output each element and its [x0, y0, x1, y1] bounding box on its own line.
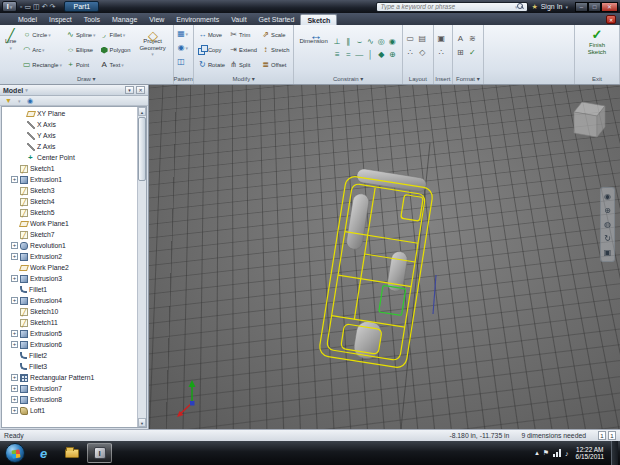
filter-icon[interactable]: ▼: [4, 96, 13, 105]
constraint-button[interactable]: ≡: [333, 48, 342, 58]
format-tool-button[interactable]: ≋: [468, 34, 477, 44]
scroll-up-icon[interactable]: ▲: [138, 107, 146, 116]
tree-item[interactable]: + Sketch7: [2, 229, 137, 240]
tree-item[interactable]: + Extrusion4: [2, 295, 137, 306]
layout-tool-button[interactable]: ▭: [406, 34, 415, 44]
tree-scrollbar[interactable]: ▲ ▼: [137, 107, 146, 427]
modify-tool-button[interactable]: ✂ Trim: [228, 27, 258, 42]
constraint-button[interactable]: ∥: [344, 35, 353, 45]
expand-icon[interactable]: +: [11, 396, 18, 403]
format-tool-button[interactable]: ⊞: [456, 48, 465, 58]
tree-item[interactable]: + Rectangular Pattern1: [2, 372, 137, 383]
ribbon-tab[interactable]: Manage: [106, 14, 143, 25]
favorites-icon[interactable]: ★: [531, 3, 537, 11]
layout-tool-button[interactable]: ∴: [406, 48, 415, 58]
panel-label-constrain[interactable]: Constrain ▾: [294, 74, 401, 84]
constraint-button[interactable]: ◎: [377, 35, 386, 45]
expand-icon[interactable]: +: [11, 374, 18, 381]
scrollbar-thumb[interactable]: [138, 117, 146, 181]
modify-tool-button[interactable]: ↻ Rotate: [197, 57, 226, 72]
filter-chevron-icon[interactable]: ▾: [18, 98, 21, 104]
tree-item[interactable]: + Fillet1: [2, 284, 137, 295]
insert-tool-button[interactable]: ∴: [437, 48, 446, 58]
sign-in-chevron-icon[interactable]: ▾: [565, 4, 568, 10]
sign-in-button[interactable]: Sign In: [541, 3, 563, 10]
zoom-icon[interactable]: ◍: [604, 218, 611, 231]
tree-item[interactable]: + Sketch1: [2, 163, 137, 174]
tree-item[interactable]: + Fillet2: [2, 350, 137, 361]
expand-icon[interactable]: +: [11, 275, 18, 282]
close-document-icon[interactable]: ✕: [606, 15, 616, 24]
tree-item[interactable]: + XY Plane: [2, 108, 137, 119]
tree-item[interactable]: + Z Axis: [2, 141, 137, 152]
expand-icon[interactable]: +: [11, 253, 18, 260]
expand-icon[interactable]: +: [11, 385, 18, 392]
minimize-button[interactable]: –: [575, 2, 588, 12]
layout-tool-button[interactable]: ◇: [418, 48, 427, 58]
constraint-button[interactable]: ◉: [388, 35, 397, 45]
draw-tool-button[interactable]: Polygon: [99, 42, 133, 57]
expand-icon[interactable]: +: [11, 330, 18, 337]
find-icon[interactable]: ◉: [26, 96, 35, 105]
tree-item[interactable]: + Sketch5: [2, 207, 137, 218]
modify-tool-button[interactable]: ↔ Move: [197, 27, 226, 42]
tree-item[interactable]: + Extrusion8: [2, 394, 137, 405]
viewport[interactable]: ◉ ⊕ ◍ ↻ ▣: [149, 85, 620, 429]
tree-item[interactable]: + Extrusion6: [2, 339, 137, 350]
expand-icon[interactable]: +: [11, 341, 18, 348]
pattern-tool-button[interactable]: ▦ ▾: [177, 27, 189, 41]
tree-item[interactable]: + Loft1: [2, 405, 137, 416]
panel-label-layout[interactable]: Layout: [403, 74, 433, 84]
finish-sketch-button[interactable]: ✓ Finish Sketch: [578, 27, 616, 56]
maximize-button[interactable]: □: [588, 2, 601, 12]
ribbon-tab[interactable]: Tools: [78, 14, 106, 25]
browser-undock-icon[interactable]: ▾: [125, 86, 134, 94]
tree-item[interactable]: + Extrusion1: [2, 174, 137, 185]
tree-item[interactable]: + Fillet3: [2, 361, 137, 372]
qat-icon[interactable]: ↷: [50, 1, 56, 12]
constraint-button[interactable]: │: [366, 48, 375, 58]
panel-label-format[interactable]: Format ▾: [453, 74, 483, 84]
search-icon[interactable]: [517, 3, 524, 10]
draw-tool-button[interactable]: ∿ Spline ▾: [65, 27, 97, 42]
tree-item[interactable]: + Extrusion5: [2, 328, 137, 339]
tree-item[interactable]: + X Axis: [2, 119, 137, 130]
pattern-tool-button[interactable]: ◉ ▾: [177, 41, 189, 55]
tree-item[interactable]: + Sketch10: [2, 306, 137, 317]
tree-item[interactable]: + Sketch11: [2, 317, 137, 328]
panel-label-draw[interactable]: Draw ▾: [0, 74, 173, 84]
constraint-button[interactable]: ∿: [366, 35, 375, 45]
view-cube[interactable]: [574, 102, 605, 137]
modify-tool-button[interactable]: ⇥ Extend: [228, 42, 258, 57]
layout-tool-button[interactable]: ▤: [418, 34, 427, 44]
draw-tool-button[interactable]: A Text ▾: [99, 57, 133, 72]
constraint-button[interactable]: ―: [355, 48, 364, 58]
line-tool-button[interactable]: ╱ Line ▾: [3, 27, 18, 52]
constraint-button[interactable]: ◆: [377, 48, 386, 58]
modify-tool-button[interactable]: Copy: [197, 42, 226, 57]
browser-menu-icon[interactable]: ▾: [25, 87, 28, 93]
draw-tool-button[interactable]: ○ Circle ▾: [21, 27, 63, 42]
modify-tool-button[interactable]: ⇗ Scale: [260, 27, 290, 42]
format-tool-button[interactable]: A: [456, 34, 465, 44]
panel-label-pattern[interactable]: Pattern: [174, 74, 193, 84]
ribbon-tab[interactable]: Get Started: [253, 14, 301, 25]
insert-tool-button[interactable]: ▣: [437, 34, 446, 44]
draw-tool-button[interactable]: ▭ Rectangle ▾: [21, 57, 63, 72]
steering-wheel-icon[interactable]: ◉: [604, 190, 611, 203]
pattern-tool-button[interactable]: ◫: [177, 55, 189, 69]
tree-item[interactable]: + Extrusion3: [2, 273, 137, 284]
constraint-button[interactable]: =: [344, 48, 353, 58]
dimension-button[interactable]: ↔ Dimension: [297, 27, 329, 46]
panel-label-modify[interactable]: Modify ▾: [194, 74, 294, 84]
tree-item[interactable]: + Y Axis: [2, 130, 137, 141]
draw-tool-button[interactable]: ○ Ellipse: [65, 42, 97, 57]
expand-icon[interactable]: +: [11, 176, 18, 183]
ribbon-tab[interactable]: Inspect: [43, 14, 78, 25]
volume-icon[interactable]: ♪: [565, 450, 569, 457]
ribbon-tab[interactable]: Model: [12, 14, 43, 25]
draw-tool-button[interactable]: + Point: [65, 57, 97, 72]
tree-item[interactable]: + Extrusion7: [2, 383, 137, 394]
close-button[interactable]: ✕: [601, 2, 618, 12]
search-input[interactable]: [377, 3, 514, 10]
